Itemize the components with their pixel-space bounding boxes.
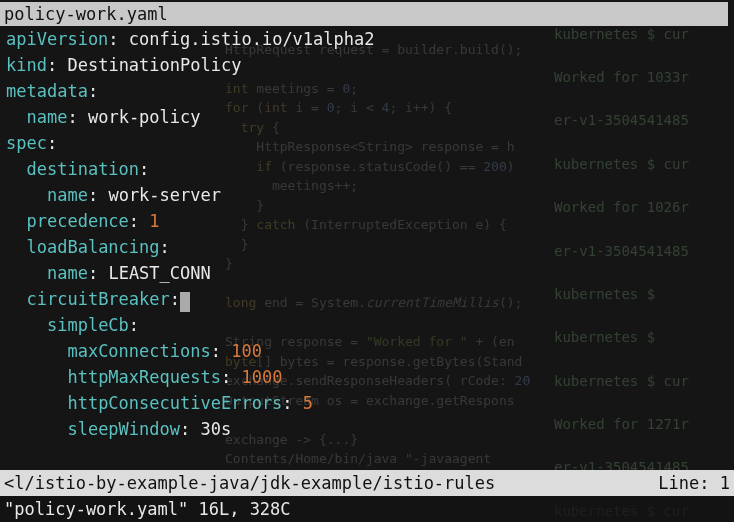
yaml-line[interactable]: apiVersion: config.istio.io/v1alpha2 (6, 26, 734, 52)
file-path: <l/istio-by-example-java/jdk-example/ist… (4, 470, 495, 496)
yaml-line[interactable]: metadata: (6, 78, 734, 104)
yaml-line[interactable]: destination: (6, 156, 734, 182)
yaml-line[interactable]: name: work-server (6, 182, 734, 208)
yaml-line[interactable]: maxConnections: 100 (6, 338, 734, 364)
yaml-line[interactable]: name: work-policy (6, 104, 734, 130)
status-bar-fileinfo: "policy-work.yaml" 16L, 328C (0, 496, 734, 522)
status-bar-path: <l/istio-by-example-java/jdk-example/ist… (0, 470, 734, 496)
line-indicator: Line: 1 (658, 470, 730, 496)
yaml-content[interactable]: apiVersion: config.istio.io/v1alpha2kind… (6, 26, 734, 442)
yaml-line[interactable]: circuitBreaker: (6, 286, 734, 312)
yaml-line[interactable]: name: LEAST_CONN (6, 260, 734, 286)
yaml-line[interactable]: sleepWindow: 30s (6, 416, 734, 442)
yaml-line[interactable]: loadBalancing: (6, 234, 734, 260)
yaml-line[interactable]: simpleCb: (6, 312, 734, 338)
vim-editor[interactable]: policy-work.yaml apiVersion: config.isti… (0, 0, 734, 522)
title-bar: policy-work.yaml (0, 2, 728, 26)
cursor (180, 292, 190, 312)
yaml-line[interactable]: spec: (6, 130, 734, 156)
file-info: "policy-work.yaml" 16L, 328C (4, 499, 291, 519)
yaml-line[interactable]: kind: DestinationPolicy (6, 52, 734, 78)
yaml-line[interactable]: httpConsecutiveErrors: 5 (6, 390, 734, 416)
yaml-line[interactable]: precedence: 1 (6, 208, 734, 234)
yaml-line[interactable]: httpMaxRequests: 1000 (6, 364, 734, 390)
